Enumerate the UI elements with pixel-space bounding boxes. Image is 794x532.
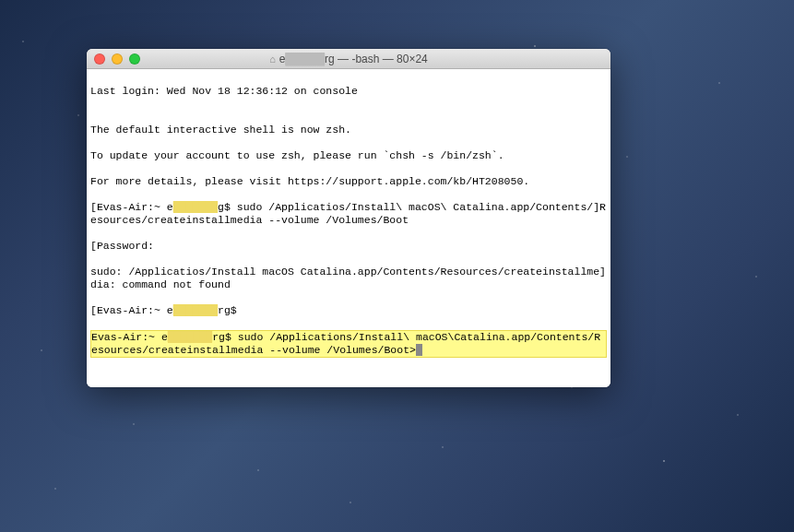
terminal-cursor <box>416 344 422 356</box>
minimize-button[interactable] <box>112 53 123 65</box>
title-redacted: █████ <box>286 53 326 65</box>
home-icon: ⌂ <box>269 53 276 65</box>
window-title: ⌂ e█████rg — -bash — 80×24 <box>269 53 428 65</box>
terminal-window: ⌂ e█████rg — -bash — 80×24 Last login: W… <box>87 49 610 387</box>
terminal-line-zsh2: To update your account to use zsh, pleas… <box>90 149 607 162</box>
title-suffix: rg — -bash — 80×24 <box>325 53 428 65</box>
terminal-line-last-login: Last login: Wed Nov 18 12:36:12 on conso… <box>90 85 607 98</box>
window-titlebar[interactable]: ⌂ e█████rg — -bash — 80×24 <box>87 49 610 69</box>
terminal-line-cmd1: [Evas-Air:~ e███████g$ sudo /Applicatios… <box>90 201 607 227</box>
window-controls <box>94 53 140 65</box>
maximize-button[interactable] <box>129 53 140 65</box>
terminal-body[interactable]: Last login: Wed Nov 18 12:36:12 on conso… <box>87 69 610 387</box>
terminal-line-zsh3: For more details, please visit https://s… <box>90 175 607 188</box>
terminal-line-error: sudo: /Applicatios/Install macOS Catalin… <box>90 266 607 291</box>
terminal-line-current-cmd: Evas-Air:~ e███████rg$ sudo /Application… <box>90 330 607 358</box>
terminal-line-zsh1: The default interactive shell is now zsh… <box>90 124 607 136</box>
terminal-line-password: [Password: <box>90 240 607 253</box>
close-button[interactable] <box>94 53 105 65</box>
terminal-line-prompt2: [Evas-Air:~ e███████rg$ <box>90 304 607 317</box>
